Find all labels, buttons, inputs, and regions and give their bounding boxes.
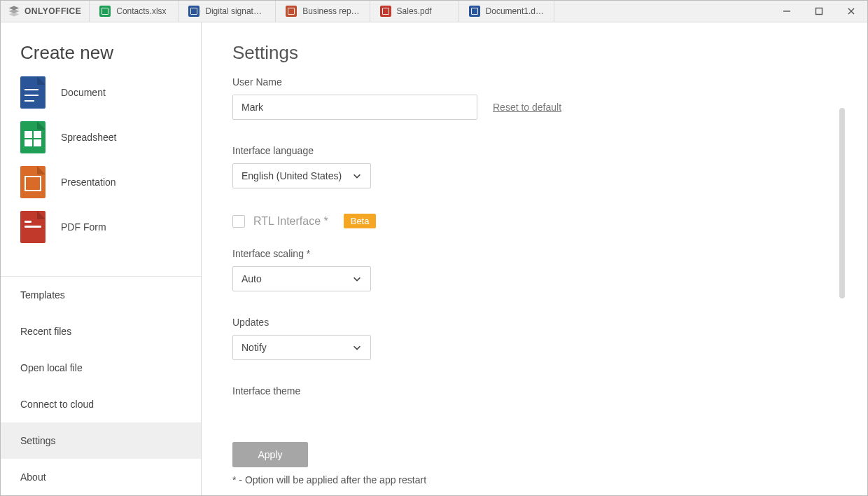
spreadsheet-icon (20, 121, 46, 153)
settings-footer: Apply * - Option will be applied after t… (232, 422, 836, 485)
chevron-down-icon (352, 274, 362, 284)
window-controls (771, 1, 867, 22)
nav-settings[interactable]: Settings (1, 422, 201, 459)
presentation-icon (20, 166, 46, 198)
document-tab[interactable]: Business rep… (275, 1, 370, 22)
interface-language-label: Interface language (232, 145, 818, 156)
nav-open-local-file[interactable]: Open local file (1, 350, 201, 386)
user-name-label: User Name (232, 76, 818, 88)
tab-label: Business rep… (302, 6, 359, 16)
file-type-icon (469, 6, 480, 17)
create-item-label: Spreadsheet (61, 132, 116, 143)
field-user-name: User Name Reset to default (232, 76, 818, 120)
sidebar: Create new DocumentSpreadsheetPresentati… (1, 22, 202, 495)
chevron-down-icon (352, 171, 362, 181)
sidebar-nav: TemplatesRecent filesOpen local fileConn… (1, 276, 201, 495)
scaling-select[interactable]: Auto (232, 266, 371, 291)
maximize-button[interactable] (803, 1, 835, 22)
file-type-icon (99, 6, 111, 17)
field-interface-language: Interface language English (United State… (232, 145, 818, 188)
field-theme: Interface theme (232, 385, 818, 397)
create-item-label: Presentation (61, 177, 116, 188)
create-document[interactable]: Document (20, 76, 181, 109)
svg-marker-2 (9, 13, 20, 17)
create-pdf-form[interactable]: PDF Form (20, 211, 181, 243)
titlebar: ONLYOFFICE Contacts.xlsxDigital signatu…… (1, 1, 867, 22)
nav-connect-to-cloud[interactable]: Connect to cloud (1, 386, 201, 422)
tab-label: Document1.d… (486, 6, 544, 16)
nav-about[interactable]: About (1, 459, 201, 495)
file-type-icon (188, 6, 200, 17)
document-tabs: Contacts.xlsxDigital signatu…Business re… (90, 1, 554, 22)
tab-label: Contacts.xlsx (116, 6, 166, 16)
tab-label: Sales.pdf (397, 6, 432, 16)
logo-icon (8, 5, 20, 18)
beta-badge: Beta (344, 214, 377, 228)
document-icon (20, 76, 46, 109)
document-tab[interactable]: Contacts.xlsx (89, 1, 178, 22)
page-title: Settings (232, 42, 818, 64)
create-item-label: PDF Form (61, 221, 106, 233)
brand-text: ONLYOFFICE (24, 6, 81, 16)
rtl-label: RTL Interface * (253, 215, 328, 228)
apply-button[interactable]: Apply (232, 442, 308, 467)
chevron-down-icon (352, 343, 362, 352)
nav-recent-files[interactable]: Recent files (1, 313, 201, 350)
svg-rect-4 (816, 8, 822, 15)
scrollbar-thumb[interactable] (839, 108, 845, 298)
pdf form-icon (20, 211, 46, 243)
theme-label: Interface theme (232, 385, 818, 397)
document-tab[interactable]: Document1.d… (458, 1, 554, 22)
scaling-label: Interface scaling * (232, 248, 818, 259)
brand: ONLYOFFICE (1, 1, 90, 22)
tab-label: Digital signatu… (205, 6, 265, 16)
interface-language-select[interactable]: English (United States) (232, 163, 371, 188)
nav-templates[interactable]: Templates (1, 277, 201, 313)
rtl-checkbox[interactable] (232, 215, 245, 228)
field-rtl: RTL Interface * Beta (232, 214, 818, 228)
file-type-icon (380, 6, 391, 17)
updates-value: Notify (241, 342, 267, 353)
reset-to-default-link[interactable]: Reset to default (493, 102, 561, 113)
interface-language-value: English (United States) (241, 170, 342, 181)
document-tab[interactable]: Digital signatu… (178, 1, 276, 22)
updates-label: Updates (232, 317, 818, 328)
sidebar-heading: Create new (20, 42, 181, 64)
document-tab[interactable]: Sales.pdf (370, 1, 459, 22)
settings-panel: Settings User Name Reset to default Inte… (202, 22, 867, 495)
field-updates: Updates Notify (232, 317, 818, 360)
scaling-value: Auto (241, 273, 262, 284)
create-item-label: Document (61, 87, 106, 98)
file-type-icon (286, 6, 297, 17)
user-name-input[interactable] (232, 95, 477, 120)
settings-form: User Name Reset to default Interface lan… (232, 76, 818, 397)
create-spreadsheet[interactable]: Spreadsheet (20, 121, 181, 153)
minimize-button[interactable] (771, 1, 803, 22)
restart-note: * - Option will be applied after the app… (232, 474, 836, 485)
updates-select[interactable]: Notify (232, 335, 371, 360)
create-presentation[interactable]: Presentation (20, 166, 181, 198)
field-scaling: Interface scaling * Auto (232, 248, 818, 291)
close-button[interactable] (835, 1, 867, 22)
